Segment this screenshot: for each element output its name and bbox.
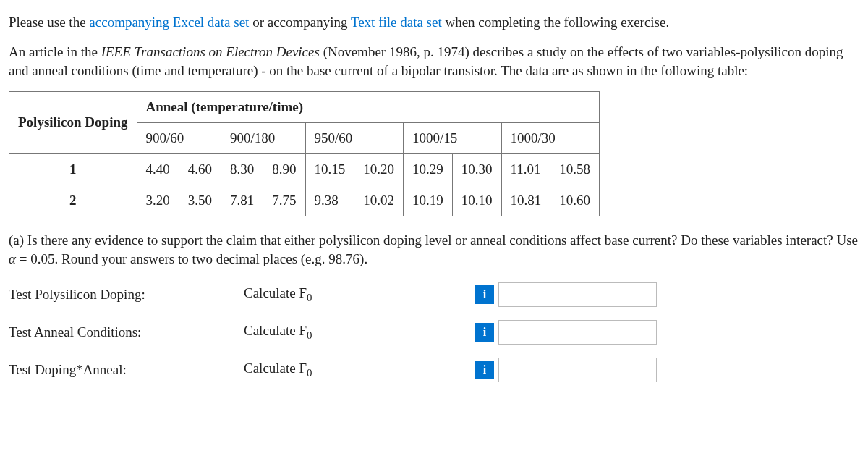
col-1000-15: 1000/15	[404, 122, 502, 153]
text-dataset-link[interactable]: Text file data set	[351, 14, 442, 30]
label-interaction: Test Doping*Anneal:	[9, 362, 244, 378]
intro-paragraph: Please use the accompanying Excel data s…	[9, 13, 859, 33]
qa-eq: = 0.05	[16, 251, 54, 266]
intro-suffix: when completing the following exercise.	[442, 14, 669, 30]
journal-name: IEEE Transactions on Electron Devices	[101, 44, 320, 59]
cell: 4.40	[137, 153, 179, 185]
info-icon[interactable]: i	[475, 361, 494, 379]
article-paragraph: An article in the IEEE Transactions on E…	[9, 43, 859, 81]
cell: 10.15	[305, 153, 354, 185]
cell: 10.29	[404, 153, 453, 185]
answer-row-doping: Test Polysilicon Doping: Calculate F0 i	[9, 282, 859, 307]
alpha-symbol: α	[9, 251, 16, 266]
cell: 8.30	[221, 153, 263, 185]
answer-row-interaction: Test Doping*Anneal: Calculate F0 i	[9, 358, 859, 382]
intro-prefix: Please use the	[9, 14, 89, 30]
label-doping: Test Polysilicon Doping:	[9, 287, 244, 303]
cell: 11.01	[501, 153, 550, 185]
info-icon[interactable]: i	[475, 285, 494, 304]
cell: 9.38	[305, 185, 354, 216]
cell: 10.30	[452, 153, 501, 185]
calc-doping: Calculate F0	[244, 285, 475, 304]
cell: 4.60	[179, 153, 221, 185]
input-interaction[interactable]	[498, 358, 657, 382]
rowhead-doping: Polysilicon Doping	[9, 91, 137, 153]
intro-mid: or accompanying	[249, 14, 351, 30]
col-900-60: 900/60	[137, 122, 221, 153]
cell: 3.20	[137, 185, 179, 216]
anneal-header: Anneal (temperature/time)	[137, 91, 600, 122]
answer-row-anneal: Test Anneal Conditions: Calculate F0 i	[9, 320, 859, 345]
qa-suffix: . Round your answers to two decimal plac…	[54, 251, 367, 266]
calc-anneal: Calculate F0	[244, 323, 475, 342]
cell: 10.60	[550, 185, 600, 216]
data-table: Polysilicon Doping Anneal (temperature/t…	[9, 91, 600, 216]
input-doping[interactable]	[498, 282, 657, 307]
cell: 7.75	[263, 185, 305, 216]
table-row: 1 4.40 4.60 8.30 8.90 10.15 10.20 10.29 …	[9, 153, 600, 185]
info-icon[interactable]: i	[475, 323, 494, 342]
table-row: 2 3.20 3.50 7.81 7.75 9.38 10.02 10.19 1…	[9, 185, 600, 216]
cell: 10.02	[354, 185, 404, 216]
col-900-180: 900/180	[221, 122, 306, 153]
cell: 10.19	[404, 185, 453, 216]
cell: 10.58	[550, 153, 600, 185]
cell: 3.50	[179, 185, 221, 216]
label-anneal: Test Anneal Conditions:	[9, 324, 244, 340]
calc-interaction: Calculate F0	[244, 361, 475, 379]
col-1000-30: 1000/30	[501, 122, 600, 153]
cell: 10.81	[501, 185, 550, 216]
col-950-60: 950/60	[305, 122, 404, 153]
level-1: 1	[9, 153, 137, 185]
cell: 10.20	[354, 153, 404, 185]
level-2: 2	[9, 185, 137, 216]
input-anneal[interactable]	[498, 320, 657, 345]
qa-prefix: (a) Is there any evidence to support the…	[9, 232, 858, 248]
article-prefix: An article in the	[9, 44, 101, 59]
excel-dataset-link[interactable]: accompanying Excel data set	[89, 14, 249, 30]
cell: 8.90	[263, 153, 305, 185]
cell: 10.10	[452, 185, 501, 216]
cell: 7.81	[221, 185, 263, 216]
question-a: (a) Is there any evidence to support the…	[9, 231, 859, 269]
